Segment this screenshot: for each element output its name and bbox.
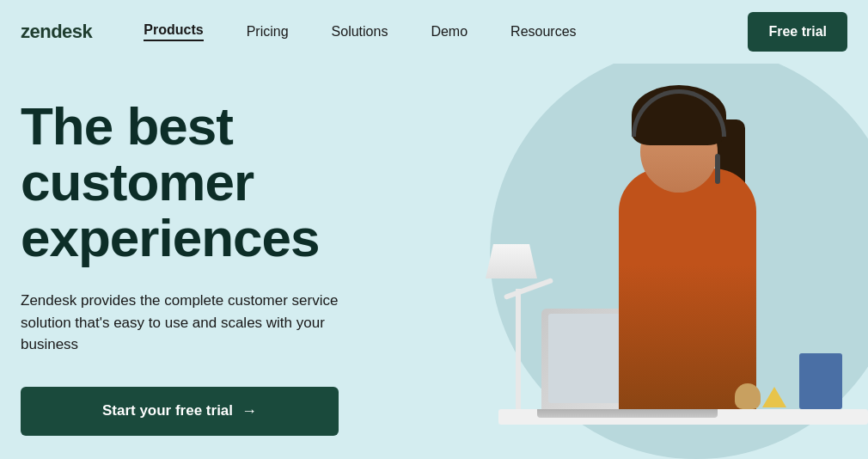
laptop-keyboard bbox=[537, 409, 718, 418]
arrow-icon: → bbox=[241, 402, 257, 420]
start-free-trial-button[interactable]: Start your free trial → bbox=[21, 387, 339, 436]
person-body bbox=[619, 168, 756, 409]
navbar: zendesk Products Pricing Solutions Demo … bbox=[0, 0, 868, 64]
dog-figurine bbox=[735, 383, 761, 409]
lamp-shade bbox=[486, 244, 537, 278]
brand-logo[interactable]: zendesk bbox=[21, 21, 92, 43]
hero-subtitle: Zendesk provides the complete customer s… bbox=[21, 290, 364, 356]
hero-section: The best customer experiences Zendesk pr… bbox=[0, 64, 868, 459]
nav-link-resources[interactable]: Resources bbox=[510, 24, 576, 40]
hero-image bbox=[455, 64, 868, 459]
nav-links: Products Pricing Solutions Demo Resource… bbox=[144, 22, 748, 41]
nav-link-pricing[interactable]: Pricing bbox=[247, 24, 289, 40]
view-demo-link[interactable]: View demo bbox=[21, 453, 339, 459]
lamp-arm bbox=[504, 278, 553, 300]
desk-blue-book bbox=[799, 353, 842, 409]
desk-yellow-triangle bbox=[762, 387, 786, 407]
lamp-pole bbox=[516, 289, 521, 409]
headset-mic bbox=[715, 154, 720, 184]
nav-link-demo[interactable]: Demo bbox=[431, 24, 468, 40]
nav-free-trial-button[interactable]: Free trial bbox=[748, 12, 847, 52]
hero-content: The best customer experiences Zendesk pr… bbox=[21, 89, 450, 459]
nav-link-products[interactable]: Products bbox=[144, 22, 203, 41]
nav-link-solutions[interactable]: Solutions bbox=[332, 24, 388, 40]
hero-title: The best customer experiences bbox=[21, 98, 450, 266]
desk-scene bbox=[473, 98, 868, 459]
